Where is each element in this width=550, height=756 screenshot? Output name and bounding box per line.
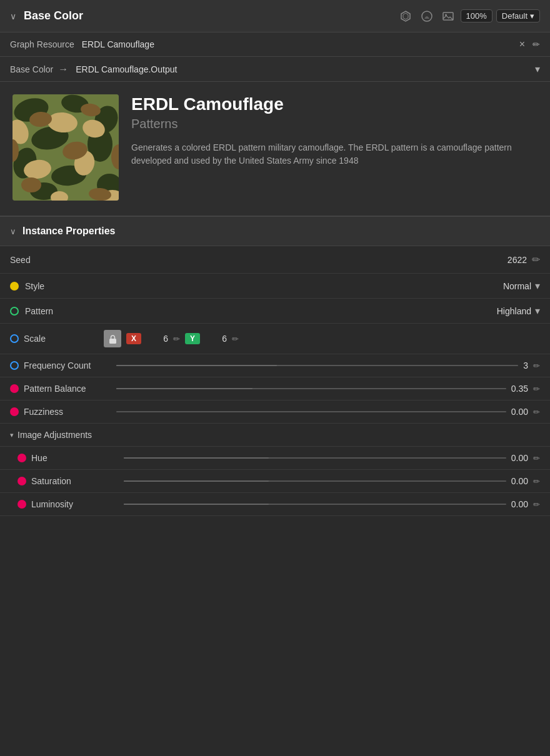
saturation-value: 0.00	[511, 476, 528, 486]
fuzziness-row: Fuzziness 0.00 ✏	[0, 400, 550, 424]
resource-info: ERDL Camouflage Patterns Generates a col…	[131, 94, 538, 167]
luminosity-value: 0.00	[511, 499, 528, 509]
camo-thumbnail-svg	[12, 94, 119, 201]
header-bar: ∨ Base Color	[0, 0, 550, 32]
hue-edit-icon[interactable]: ✏	[533, 454, 540, 463]
pattern-balance-slider-area	[116, 388, 506, 389]
substance-icon	[399, 10, 412, 22]
base-color-output-value: ERDL Camouflage.Output	[76, 64, 535, 74]
saturation-fill	[124, 480, 269, 482]
resource-title: ERDL Camouflage	[131, 94, 538, 114]
scale-y-badge[interactable]: Y	[185, 333, 200, 344]
main-panel: ∨ Base Color	[0, 0, 550, 516]
pattern-value: Highland	[106, 306, 531, 316]
header-default-dropdown[interactable]: Default ▾	[496, 9, 540, 22]
fuzziness-dot	[10, 407, 19, 416]
fuzziness-slider-area	[116, 411, 506, 412]
instance-props-chevron-icon: ∨	[10, 227, 16, 236]
scale-x-badge[interactable]: X	[126, 333, 141, 344]
scale-label: Scale	[24, 334, 99, 344]
graph-resource-close-icon[interactable]: ×	[519, 39, 525, 50]
fuzziness-label: Fuzziness	[24, 407, 111, 417]
scale-x-edit-icon[interactable]: ✏	[173, 334, 180, 344]
image-icon	[442, 10, 454, 22]
hue-value: 0.00	[511, 453, 528, 463]
scale-dot	[10, 334, 19, 343]
header-percent[interactable]: 100%	[461, 9, 492, 22]
saturation-edit-icon[interactable]: ✏	[533, 477, 540, 486]
frequency-count-slider[interactable]	[116, 365, 518, 366]
image-icon-btn[interactable]	[439, 7, 457, 25]
pattern-balance-slider[interactable]	[116, 388, 506, 389]
hue-slider-area	[124, 457, 506, 459]
scale-y-value[interactable]: 6	[205, 334, 227, 344]
pattern-balance-edit-icon[interactable]: ✏	[533, 384, 540, 394]
luminosity-edit-icon[interactable]: ✏	[533, 500, 540, 509]
header-title: Base Color	[24, 9, 389, 22]
saturation-slider-area	[124, 480, 506, 482]
hue-fill	[124, 457, 269, 459]
base-color-chevron-icon[interactable]: ▾	[535, 63, 540, 75]
pattern-label: Pattern	[25, 306, 106, 316]
hue-slider[interactable]	[124, 457, 506, 459]
luminosity-fill	[124, 504, 269, 505]
pattern-balance-fill	[116, 388, 252, 389]
substance-icon-btn[interactable]	[397, 7, 414, 25]
luminosity-label: Luminosity	[31, 499, 119, 509]
header-collapse-chevron[interactable]: ∨	[10, 11, 16, 21]
base-color-label: Base Color	[10, 64, 53, 74]
scale-row: Scale X 6 ✏ Y 6 ✏	[0, 324, 550, 354]
frequency-count-value: 3	[523, 361, 528, 371]
fuzziness-slider[interactable]	[116, 411, 506, 412]
svg-marker-0	[401, 11, 410, 21]
graph-resource-edit-icon[interactable]: ✏	[532, 39, 540, 49]
svg-point-27	[21, 177, 41, 192]
luminosity-row: Luminosity 0.00 ✏	[0, 493, 550, 516]
pattern-balance-label: Pattern Balance	[24, 384, 111, 394]
base-color-arrow-icon: →	[58, 64, 68, 75]
style-label: Style	[25, 281, 106, 291]
graph-resource-row: Graph Resource ERDL Camouflage × ✏	[0, 32, 550, 57]
seed-row: Seed 2622 ✏	[0, 246, 550, 274]
frequency-count-dot	[10, 361, 19, 370]
style-row: Style Normal ▾	[0, 274, 550, 299]
seed-value: 2622	[508, 255, 527, 265]
scale-lock-button[interactable]	[104, 330, 121, 347]
paint-icon	[421, 10, 433, 22]
fuzziness-edit-icon[interactable]: ✏	[533, 407, 540, 417]
saturation-label: Saturation	[31, 476, 119, 486]
lock-icon	[109, 334, 117, 344]
instance-props-title: Instance Properties	[22, 226, 116, 237]
pattern-balance-value: 0.35	[511, 384, 528, 394]
pattern-dot	[10, 307, 19, 316]
fuzziness-value: 0.00	[511, 407, 528, 417]
saturation-row: Saturation 0.00 ✏	[0, 470, 550, 493]
svg-rect-29	[109, 339, 116, 344]
instance-properties-header[interactable]: ∨ Instance Properties	[0, 216, 550, 246]
scale-x-value[interactable]: 6	[146, 334, 168, 344]
hue-row: Hue 0.00 ✏	[0, 447, 550, 470]
saturation-slider[interactable]	[124, 480, 506, 482]
resource-card: ERDL Camouflage Patterns Generates a col…	[0, 82, 550, 216]
style-value: Normal	[106, 281, 531, 291]
scale-y-edit-icon[interactable]: ✏	[232, 334, 239, 344]
frequency-count-label: Frequency Count	[24, 361, 111, 371]
resource-thumbnail	[12, 94, 119, 201]
hue-dot	[18, 454, 26, 462]
frequency-count-edit-icon[interactable]: ✏	[533, 361, 540, 371]
seed-label: Seed	[10, 255, 508, 265]
style-chevron-icon[interactable]: ▾	[535, 280, 540, 292]
dropdown-chevron-icon: ▾	[530, 11, 534, 21]
image-adjustments-header[interactable]: ▾ Image Adjustments	[0, 424, 550, 447]
saturation-dot	[18, 477, 26, 485]
pattern-row: Pattern Highland ▾	[0, 299, 550, 324]
header-icons: 100% Default ▾	[397, 7, 540, 25]
base-color-row: Base Color → ERDL Camouflage.Output ▾	[0, 57, 550, 82]
pattern-balance-row: Pattern Balance 0.35 ✏	[0, 377, 550, 400]
graph-resource-label: Graph Resource	[10, 39, 74, 49]
seed-edit-icon[interactable]: ✏	[532, 254, 540, 266]
luminosity-slider[interactable]	[124, 504, 506, 505]
frequency-count-row: Frequency Count 3 ✏	[0, 354, 550, 377]
paint-icon-btn[interactable]	[418, 7, 436, 25]
pattern-chevron-icon[interactable]: ▾	[535, 305, 540, 317]
